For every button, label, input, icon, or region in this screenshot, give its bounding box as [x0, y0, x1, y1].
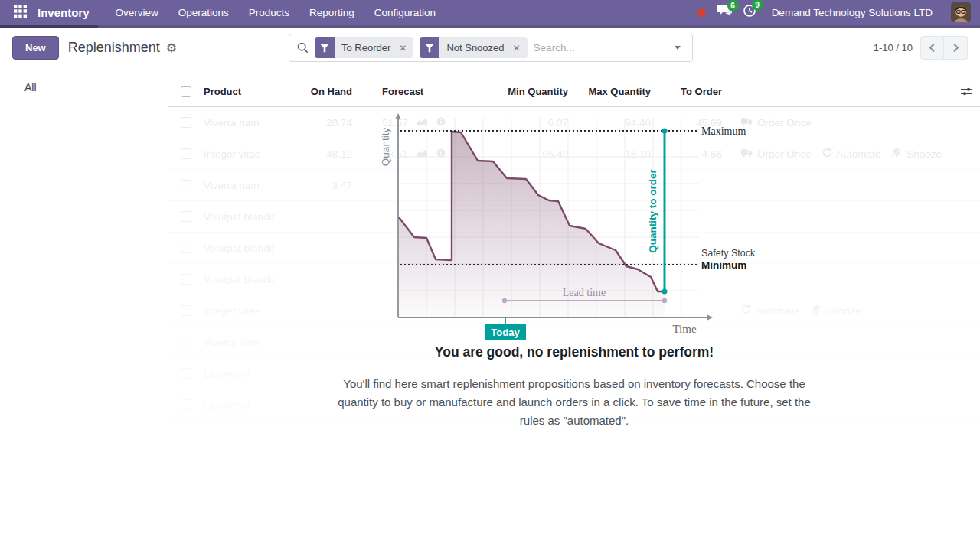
nav-item-operations[interactable]: Operations [171, 3, 237, 22]
select-all-checkbox[interactable] [181, 86, 191, 97]
messages-button[interactable]: 6 [717, 5, 732, 20]
main-content: All Product On Hand Forecast Min Quantit… [0, 67, 980, 547]
chart-maximum-label: Maximum [701, 125, 746, 137]
column-header-product[interactable]: Product [204, 86, 308, 97]
replenishment-list: Product On Hand Forecast Min Quantity Ma… [168, 77, 980, 547]
chart-safety-stock-label: Safety Stock [701, 248, 756, 259]
column-header-max-quantity[interactable]: Max Quantity [568, 86, 651, 97]
column-header-to-order[interactable]: To Order [651, 86, 722, 97]
user-avatar[interactable] [951, 2, 971, 22]
nav-item-products[interactable]: Products [241, 3, 297, 22]
breadcrumb: Replenishment ⚙ [68, 40, 177, 56]
pager-range[interactable]: 1-10 / 10 [874, 42, 913, 54]
active-app-underline [0, 25, 98, 28]
facet-label: Not Snoozed [439, 37, 511, 58]
inventory-app-window: Inventory Overview Operations Products R… [0, 0, 980, 547]
app-menu: Overview Operations Products Reporting C… [108, 3, 443, 22]
gear-icon[interactable]: ⚙ [166, 42, 177, 54]
filter-icon [315, 37, 335, 58]
chart-minimum-label: Minimum [701, 259, 746, 271]
groupby-sidebar: All [0, 67, 168, 547]
sidebar-item-all[interactable]: All [24, 81, 168, 93]
empty-state-description: You'll find here smart replenishment pro… [333, 375, 815, 430]
search-input[interactable] [534, 42, 662, 54]
facet-remove-icon[interactable]: ✕ [511, 37, 528, 58]
activities-button[interactable]: 9 [743, 4, 756, 21]
activities-count-badge: 9 [752, 0, 763, 11]
company-name[interactable]: Demand Technology Solutions LTD [772, 7, 933, 18]
nav-item-configuration[interactable]: Configuration [367, 3, 443, 22]
apps-grid-icon [14, 5, 27, 21]
filter-icon [420, 37, 439, 58]
chart-today-badge: Today [491, 327, 520, 338]
control-panel: New Replenishment ⚙ To Reorder ✕ [0, 28, 980, 67]
apps-menu-button[interactable]: Inventory [9, 3, 108, 22]
nav-item-overview[interactable]: Overview [108, 3, 166, 22]
search-bar: To Reorder ✕ Not Snoozed ✕ [289, 34, 693, 62]
chart-lead-time-label: Lead time [563, 287, 606, 298]
new-button[interactable]: New [12, 36, 59, 60]
status-dot-icon[interactable] [697, 8, 706, 17]
optional-columns-icon[interactable] [961, 86, 972, 99]
replenishment-chart-illustration: Quantity Time Maximum Safety Stock Minim… [379, 113, 777, 343]
column-header-min-quantity[interactable]: Min Quantity [498, 86, 568, 97]
pager: 1-10 / 10 [874, 34, 968, 62]
search-icon [297, 42, 309, 54]
pager-next-button[interactable] [944, 36, 968, 60]
chart-x-axis-label: Time [672, 323, 696, 335]
messages-count-badge: 6 [727, 0, 739, 11]
systray: 6 9 Demand Technology Solutions LTD [697, 2, 971, 22]
column-header-forecast[interactable]: Forecast [352, 86, 498, 97]
top-navbar: Inventory Overview Operations Products R… [0, 0, 980, 28]
pager-previous-button[interactable] [920, 36, 944, 60]
filter-facet-to-reorder: To Reorder ✕ [315, 37, 413, 58]
filter-facet-not-snoozed: Not Snoozed ✕ [420, 37, 527, 58]
chart-y-axis-label: Quantity [380, 128, 391, 167]
nav-item-reporting[interactable]: Reporting [302, 3, 362, 22]
page-title: Replenishment [68, 40, 160, 56]
list-header: Product On Hand Forecast Min Quantity Ma… [168, 77, 980, 107]
app-name: Inventory [34, 6, 90, 19]
facet-label: To Reorder [335, 37, 397, 58]
column-header-on-hand[interactable]: On Hand [308, 86, 352, 97]
facet-remove-icon[interactable]: ✕ [397, 37, 413, 58]
search-options-toggle[interactable] [662, 34, 692, 61]
empty-state-headline: You are good, no replenishment to perfor… [168, 344, 980, 360]
chevron-down-icon [675, 46, 681, 50]
navbar-bottom-band [0, 25, 980, 28]
chart-quantity-to-order-label: Quantity to order [647, 169, 658, 253]
empty-state-overlay: Quantity Time Maximum Safety Stock Minim… [168, 107, 980, 547]
